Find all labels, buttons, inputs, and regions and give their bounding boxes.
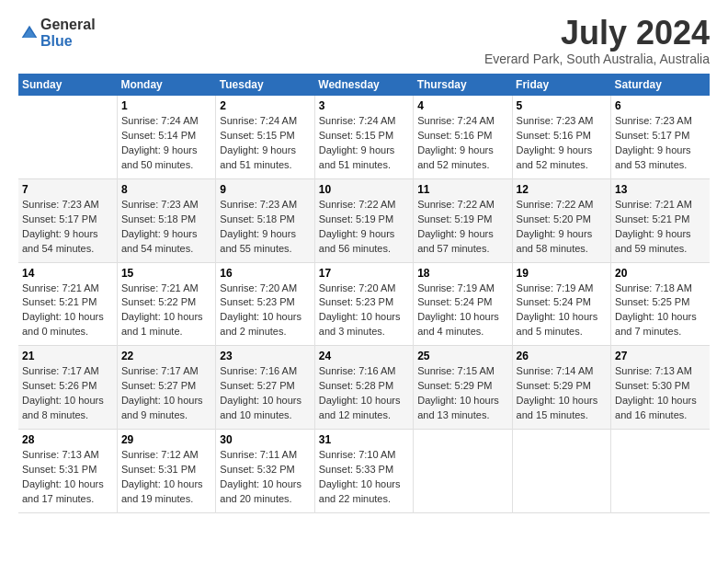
day-info: Sunrise: 7:19 AM Sunset: 5:24 PM Dayligh… bbox=[417, 282, 507, 340]
main-title: July 2024 bbox=[484, 17, 710, 50]
cell-w3-d5: 19Sunrise: 7:19 AM Sunset: 5:24 PM Dayli… bbox=[512, 262, 610, 346]
cell-w1-d6: 6Sunrise: 7:23 AM Sunset: 5:17 PM Daylig… bbox=[611, 96, 710, 178]
cell-w5-d4 bbox=[414, 430, 512, 513]
day-info: Sunrise: 7:24 AM Sunset: 5:14 PM Dayligh… bbox=[121, 114, 211, 173]
cell-w3-d4: 18Sunrise: 7:19 AM Sunset: 5:24 PM Dayli… bbox=[414, 262, 512, 346]
cell-w1-d3: 3Sunrise: 7:24 AM Sunset: 5:15 PM Daylig… bbox=[314, 96, 413, 178]
day-number: 15 bbox=[121, 267, 211, 280]
logo-general: General bbox=[40, 17, 96, 33]
day-info: Sunrise: 7:21 AM Sunset: 5:21 PM Dayligh… bbox=[615, 198, 706, 257]
day-number: 13 bbox=[615, 183, 706, 196]
day-info: Sunrise: 7:21 AM Sunset: 5:22 PM Dayligh… bbox=[121, 282, 211, 340]
cell-w1-d1: 1Sunrise: 7:24 AM Sunset: 5:14 PM Daylig… bbox=[117, 96, 215, 178]
day-number: 24 bbox=[319, 350, 409, 362]
day-number: 5 bbox=[517, 99, 607, 112]
header: General Blue July 2024 Everard Park, Sou… bbox=[18, 17, 710, 66]
day-number: 6 bbox=[615, 99, 706, 112]
day-number: 12 bbox=[517, 183, 607, 196]
cell-w2-d5: 12Sunrise: 7:22 AM Sunset: 5:20 PM Dayli… bbox=[512, 178, 610, 262]
day-number: 11 bbox=[417, 183, 507, 196]
cell-w5-d3: 31Sunrise: 7:10 AM Sunset: 5:33 PM Dayli… bbox=[314, 430, 413, 513]
day-info: Sunrise: 7:15 AM Sunset: 5:29 PM Dayligh… bbox=[417, 364, 507, 423]
day-info: Sunrise: 7:17 AM Sunset: 5:27 PM Dayligh… bbox=[121, 364, 211, 423]
day-number: 1 bbox=[121, 99, 211, 112]
day-number: 27 bbox=[615, 350, 706, 362]
day-info: Sunrise: 7:11 AM Sunset: 5:32 PM Dayligh… bbox=[220, 448, 310, 507]
day-info: Sunrise: 7:17 AM Sunset: 5:26 PM Dayligh… bbox=[22, 364, 113, 423]
cell-w3-d3: 17Sunrise: 7:20 AM Sunset: 5:23 PM Dayli… bbox=[314, 262, 413, 346]
day-number: 28 bbox=[22, 433, 113, 446]
day-info: Sunrise: 7:16 AM Sunset: 5:28 PM Dayligh… bbox=[319, 364, 409, 423]
day-number: 25 bbox=[417, 350, 507, 362]
cell-w2-d1: 8Sunrise: 7:23 AM Sunset: 5:18 PM Daylig… bbox=[117, 178, 215, 262]
title-block: July 2024 Everard Park, South Australia,… bbox=[484, 17, 710, 66]
day-info: Sunrise: 7:10 AM Sunset: 5:33 PM Dayligh… bbox=[319, 448, 409, 507]
cell-w5-d1: 29Sunrise: 7:12 AM Sunset: 5:31 PM Dayli… bbox=[117, 430, 215, 513]
day-info: Sunrise: 7:22 AM Sunset: 5:20 PM Dayligh… bbox=[517, 198, 607, 257]
cell-w5-d0: 28Sunrise: 7:13 AM Sunset: 5:31 PM Dayli… bbox=[18, 430, 117, 513]
cell-w5-d5 bbox=[512, 430, 610, 513]
cell-w1-d5: 5Sunrise: 7:23 AM Sunset: 5:16 PM Daylig… bbox=[512, 96, 610, 178]
day-info: Sunrise: 7:23 AM Sunset: 5:18 PM Dayligh… bbox=[121, 198, 211, 257]
cell-w3-d0: 14Sunrise: 7:21 AM Sunset: 5:21 PM Dayli… bbox=[18, 262, 117, 346]
day-info: Sunrise: 7:24 AM Sunset: 5:15 PM Dayligh… bbox=[319, 114, 409, 173]
logo-icon bbox=[20, 24, 39, 42]
col-friday: Friday bbox=[512, 74, 610, 96]
day-info: Sunrise: 7:18 AM Sunset: 5:25 PM Dayligh… bbox=[615, 282, 706, 340]
day-info: Sunrise: 7:20 AM Sunset: 5:23 PM Dayligh… bbox=[220, 282, 310, 340]
logo-blue: Blue bbox=[40, 33, 96, 50]
day-number: 23 bbox=[220, 350, 310, 362]
day-info: Sunrise: 7:13 AM Sunset: 5:30 PM Dayligh… bbox=[615, 364, 706, 423]
week-row-2: 7Sunrise: 7:23 AM Sunset: 5:17 PM Daylig… bbox=[18, 178, 710, 262]
day-number: 14 bbox=[22, 267, 113, 280]
day-number: 2 bbox=[220, 99, 310, 112]
cell-w2-d0: 7Sunrise: 7:23 AM Sunset: 5:17 PM Daylig… bbox=[18, 178, 117, 262]
day-number: 21 bbox=[22, 350, 113, 362]
cell-w1-d0 bbox=[18, 96, 117, 178]
cell-w2-d2: 9Sunrise: 7:23 AM Sunset: 5:18 PM Daylig… bbox=[216, 178, 314, 262]
day-number: 9 bbox=[220, 183, 310, 196]
day-number: 8 bbox=[121, 183, 211, 196]
week-row-5: 28Sunrise: 7:13 AM Sunset: 5:31 PM Dayli… bbox=[18, 430, 710, 513]
day-info: Sunrise: 7:21 AM Sunset: 5:21 PM Dayligh… bbox=[22, 282, 113, 340]
day-number: 29 bbox=[121, 433, 211, 446]
day-info: Sunrise: 7:20 AM Sunset: 5:23 PM Dayligh… bbox=[319, 282, 409, 340]
day-info: Sunrise: 7:12 AM Sunset: 5:31 PM Dayligh… bbox=[121, 448, 211, 507]
cell-w1-d2: 2Sunrise: 7:24 AM Sunset: 5:15 PM Daylig… bbox=[216, 96, 314, 178]
cell-w4-d3: 24Sunrise: 7:16 AM Sunset: 5:28 PM Dayli… bbox=[314, 346, 413, 430]
logo: General Blue bbox=[18, 17, 96, 49]
cell-w3-d2: 16Sunrise: 7:20 AM Sunset: 5:23 PM Dayli… bbox=[216, 262, 314, 346]
col-wednesday: Wednesday bbox=[314, 74, 413, 96]
col-thursday: Thursday bbox=[414, 74, 512, 96]
day-number: 26 bbox=[517, 350, 607, 362]
cell-w3-d6: 20Sunrise: 7:18 AM Sunset: 5:25 PM Dayli… bbox=[611, 262, 710, 346]
cell-w5-d6 bbox=[611, 430, 710, 513]
cell-w4-d5: 26Sunrise: 7:14 AM Sunset: 5:29 PM Dayli… bbox=[512, 346, 610, 430]
day-number: 20 bbox=[615, 267, 706, 280]
day-info: Sunrise: 7:13 AM Sunset: 5:31 PM Dayligh… bbox=[22, 448, 113, 507]
day-info: Sunrise: 7:23 AM Sunset: 5:16 PM Dayligh… bbox=[517, 114, 607, 173]
calendar-table: Sunday Monday Tuesday Wednesday Thursday… bbox=[18, 74, 710, 513]
day-number: 30 bbox=[220, 433, 310, 446]
day-info: Sunrise: 7:23 AM Sunset: 5:18 PM Dayligh… bbox=[220, 198, 310, 257]
week-row-3: 14Sunrise: 7:21 AM Sunset: 5:21 PM Dayli… bbox=[18, 262, 710, 346]
day-number: 19 bbox=[517, 267, 607, 280]
day-info: Sunrise: 7:23 AM Sunset: 5:17 PM Dayligh… bbox=[615, 114, 706, 173]
day-info: Sunrise: 7:24 AM Sunset: 5:15 PM Dayligh… bbox=[220, 114, 310, 173]
day-number: 31 bbox=[319, 433, 409, 446]
day-number: 17 bbox=[319, 267, 409, 280]
week-row-1: 1Sunrise: 7:24 AM Sunset: 5:14 PM Daylig… bbox=[18, 96, 710, 178]
col-tuesday: Tuesday bbox=[216, 74, 314, 96]
day-info: Sunrise: 7:14 AM Sunset: 5:29 PM Dayligh… bbox=[517, 364, 607, 423]
cell-w1-d4: 4Sunrise: 7:24 AM Sunset: 5:16 PM Daylig… bbox=[414, 96, 512, 178]
cell-w4-d0: 21Sunrise: 7:17 AM Sunset: 5:26 PM Dayli… bbox=[18, 346, 117, 430]
cell-w5-d2: 30Sunrise: 7:11 AM Sunset: 5:32 PM Dayli… bbox=[216, 430, 314, 513]
col-saturday: Saturday bbox=[611, 74, 710, 96]
day-info: Sunrise: 7:19 AM Sunset: 5:24 PM Dayligh… bbox=[517, 282, 607, 340]
day-info: Sunrise: 7:16 AM Sunset: 5:27 PM Dayligh… bbox=[220, 364, 310, 423]
day-number: 7 bbox=[22, 183, 113, 196]
day-info: Sunrise: 7:24 AM Sunset: 5:16 PM Dayligh… bbox=[417, 114, 507, 173]
cell-w4-d2: 23Sunrise: 7:16 AM Sunset: 5:27 PM Dayli… bbox=[216, 346, 314, 430]
table-header: Sunday Monday Tuesday Wednesday Thursday… bbox=[18, 74, 710, 96]
header-row: Sunday Monday Tuesday Wednesday Thursday… bbox=[18, 74, 710, 96]
